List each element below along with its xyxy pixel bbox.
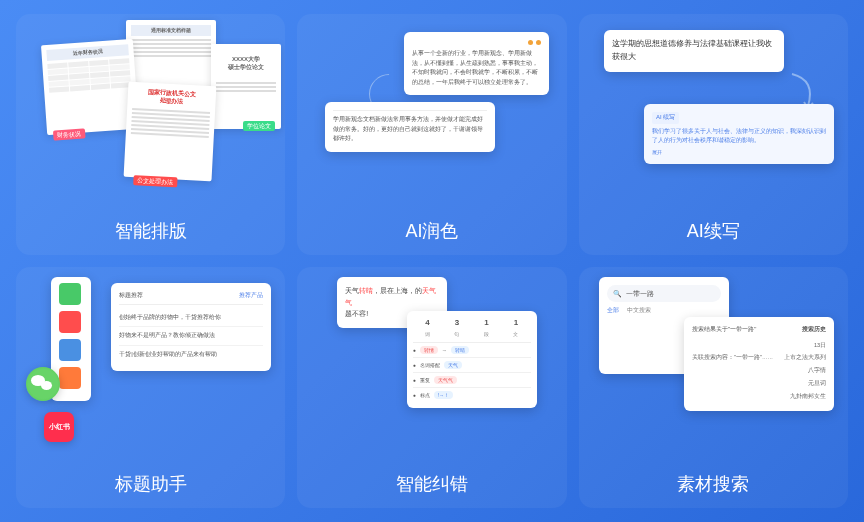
panel-header: 标题推荐 (119, 291, 143, 301)
correction-row[interactable]: ●标点!→！ (413, 388, 531, 402)
wechat-icon (26, 367, 60, 401)
search-input[interactable]: 🔍 一带一路 (607, 285, 721, 302)
platform-icon-wechat (59, 283, 81, 305)
card-title: AI续写 (687, 219, 740, 243)
correction-row[interactable]: ●重复天气气 (413, 373, 531, 388)
platform-icon-other2 (59, 367, 81, 389)
platform-icon-weibo (59, 311, 81, 333)
platform-icon-other (59, 339, 81, 361)
layout-illustration: 通用标准文档样题 近年财务状况 财务状况 XXXX大学 硕士学位论文 学位论文 (26, 24, 275, 210)
ai-badge: AI 续写 (652, 112, 679, 124)
card-title: 智能排版 (115, 219, 187, 243)
history-item[interactable]: 八字情 (692, 364, 826, 377)
feature-card-correct[interactable]: 天气转晴，晨在上海，的天气气题不容! 4词 3句 1段 1文 ●转情→转晴 ●名… (297, 267, 566, 508)
search-icon: 🔍 (613, 288, 622, 299)
feature-card-continue[interactable]: 这学期的思想道德修养与法律基础课程让我收获很大 AI 续写 我们学习了很多关于人… (579, 14, 848, 255)
polish-after-text: 学用新观念文档新做法常用事务方法，并使做才能完成好做的常务。好的，更好的自己就到… (333, 115, 487, 144)
history-item[interactable]: 关联搜索内容："一带一路"……上市之法大系列 (692, 351, 826, 364)
card-title: 标题助手 (115, 472, 187, 496)
xiaohongshu-icon: 小红书 (44, 412, 74, 442)
card-title: 智能纠错 (396, 472, 468, 496)
card-title: AI润色 (405, 219, 458, 243)
history-item[interactable]: 九卦南邦女生 (692, 390, 826, 403)
title-suggestion[interactable]: 创始终于品牌的好物中，干货推荐给你 (119, 309, 263, 328)
doc-header: 国家行政机关公文 处理办法 (132, 87, 211, 108)
history-label: 搜索历史 (802, 325, 826, 335)
title-suggestion[interactable]: 好物来不是明产品？教你倾正确做法 (119, 327, 263, 346)
polish-illustration: 从事一个全新的行业，学用新观念、学用新做法，从不懂到懂，从生疏到熟悉，事事我主动… (307, 24, 556, 210)
correction-row[interactable]: ●名词搭配天气 (413, 358, 531, 373)
polish-before-text: 从事一个全新的行业，学用新观念、学用新做法，从不懂到懂，从生疏到熟悉，事事我主动… (412, 49, 541, 87)
continue-output: 我们学习了很多关于人与社会、法律与正义的知识，我深刻认识到了人的行为对社会秩序和… (652, 127, 826, 146)
expand-link[interactable]: 展开 (652, 148, 826, 156)
doc-header: 通用标准文档样题 (131, 25, 211, 36)
title-suggestion[interactable]: 干货|创新创业好帮助的产品来有帮助 (119, 346, 263, 364)
search-illustration: 🔍 一带一路 全部 中文搜索 搜索结果关于"一带一路" 搜索历史 13日 关联搜… (589, 277, 838, 463)
correction-row[interactable]: ●转情→转晴 (413, 343, 531, 358)
continue-illustration: 这学期的思想道德修养与法律基础课程让我收获很大 AI 续写 我们学习了很多关于人… (589, 24, 838, 210)
doc-tag: 学位论文 (243, 121, 275, 131)
history-item[interactable]: 13日 (692, 339, 826, 352)
panel-tab[interactable]: 推荐产品 (239, 291, 263, 301)
search-tab[interactable]: 全部 (607, 306, 619, 316)
search-tab[interactable]: 中文搜索 (627, 306, 651, 316)
doc-tag: 公文处理办法 (133, 175, 177, 188)
feature-card-polish[interactable]: 从事一个全新的行业，学用新观念、学用新做法，从不懂到懂，从生疏到熟悉，事事我主动… (297, 14, 566, 255)
correct-illustration: 天气转晴，晨在上海，的天气气题不容! 4词 3句 1段 1文 ●转情→转晴 ●名… (307, 277, 556, 463)
feature-card-layout[interactable]: 通用标准文档样题 近年财务状况 财务状况 XXXX大学 硕士学位论文 学位论文 (16, 14, 285, 255)
continue-prompt: 这学期的思想道德修养与法律基础课程让我收获很大 (612, 38, 776, 64)
doc-subtitle: 硕士学位论文 (216, 63, 276, 71)
doc-tag: 财务状况 (53, 128, 86, 141)
history-item[interactable]: 元旦词 (692, 377, 826, 390)
card-title: 素材搜索 (677, 472, 749, 496)
titlehelper-illustration: 标题推荐 推荐产品 创始终于品牌的好物中，干货推荐给你 好物来不是明产品？教你倾… (26, 277, 275, 463)
doc-title: XXXX大学 (216, 55, 276, 63)
feature-card-search[interactable]: 🔍 一带一路 全部 中文搜索 搜索结果关于"一带一路" 搜索历史 13日 关联搜… (579, 267, 848, 508)
result-heading: 搜索结果关于"一带一路" (692, 325, 756, 335)
feature-card-titlehelper[interactable]: 标题推荐 推荐产品 创始终于品牌的好物中，干货推荐给你 好物来不是明产品？教你倾… (16, 267, 285, 508)
